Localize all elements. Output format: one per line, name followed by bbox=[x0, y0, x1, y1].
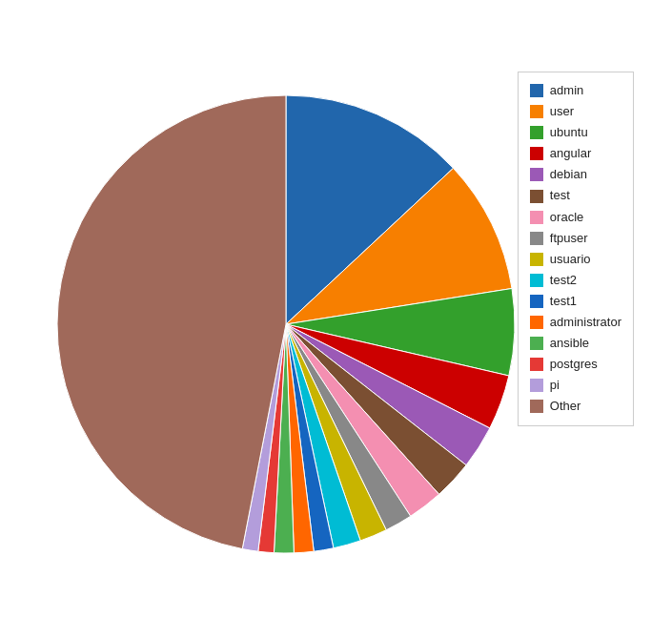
legend-label-test2: test2 bbox=[550, 270, 577, 291]
legend-item-test: test bbox=[530, 185, 621, 206]
legend-item-Other: Other bbox=[530, 396, 621, 417]
legend-item-ubuntu: ubuntu bbox=[530, 122, 621, 143]
legend-item-angular: angular bbox=[530, 143, 621, 164]
legend-color-Other bbox=[530, 400, 543, 413]
legend: adminuserubuntuangulardebiantestoracleft… bbox=[518, 72, 634, 426]
legend-label-ansible: ansible bbox=[550, 333, 589, 354]
legend-item-admin: admin bbox=[530, 80, 621, 101]
legend-color-oracle bbox=[530, 211, 543, 224]
legend-item-test2: test2 bbox=[530, 270, 621, 291]
legend-item-administrator: administrator bbox=[530, 312, 621, 333]
legend-color-debian bbox=[530, 168, 543, 181]
legend-item-ansible: ansible bbox=[530, 333, 621, 354]
legend-label-user: user bbox=[550, 101, 574, 122]
legend-label-Other: Other bbox=[550, 396, 581, 417]
legend-label-postgres: postgres bbox=[550, 354, 598, 375]
legend-label-ubuntu: ubuntu bbox=[550, 122, 588, 143]
slice-Other bbox=[57, 95, 286, 549]
legend-label-pi: pi bbox=[550, 375, 560, 396]
legend-item-usuario: usuario bbox=[530, 249, 621, 270]
legend-label-oracle: oracle bbox=[550, 207, 583, 228]
legend-label-admin: admin bbox=[550, 80, 583, 101]
legend-item-postgres: postgres bbox=[530, 354, 621, 375]
legend-color-user bbox=[530, 105, 543, 118]
legend-color-admin bbox=[530, 84, 543, 97]
legend-color-postgres bbox=[530, 358, 543, 371]
legend-color-administrator bbox=[530, 316, 543, 329]
legend-item-user: user bbox=[530, 101, 621, 122]
legend-label-administrator: administrator bbox=[550, 312, 621, 333]
legend-color-test2 bbox=[530, 274, 543, 287]
legend-label-angular: angular bbox=[550, 143, 591, 164]
legend-label-test: test bbox=[550, 185, 570, 206]
legend-color-pi bbox=[530, 379, 543, 392]
legend-color-test1 bbox=[530, 295, 543, 308]
legend-item-debian: debian bbox=[530, 164, 621, 185]
pie-chart bbox=[29, 29, 543, 620]
legend-item-test1: test1 bbox=[530, 291, 621, 312]
chart-container: adminuserubuntuangulardebiantestoracleft… bbox=[0, 0, 672, 638]
legend-label-test1: test1 bbox=[550, 291, 577, 312]
legend-color-usuario bbox=[530, 253, 543, 266]
legend-item-pi: pi bbox=[530, 375, 621, 396]
legend-color-ftpuser bbox=[530, 232, 543, 245]
legend-item-ftpuser: ftpuser bbox=[530, 228, 621, 249]
legend-item-oracle: oracle bbox=[530, 207, 621, 228]
legend-color-ansible bbox=[530, 337, 543, 350]
legend-color-angular bbox=[530, 147, 543, 160]
legend-label-usuario: usuario bbox=[550, 249, 591, 270]
legend-color-ubuntu bbox=[530, 126, 543, 139]
legend-label-debian: debian bbox=[550, 164, 587, 185]
legend-color-test bbox=[530, 190, 543, 203]
legend-label-ftpuser: ftpuser bbox=[550, 228, 588, 249]
